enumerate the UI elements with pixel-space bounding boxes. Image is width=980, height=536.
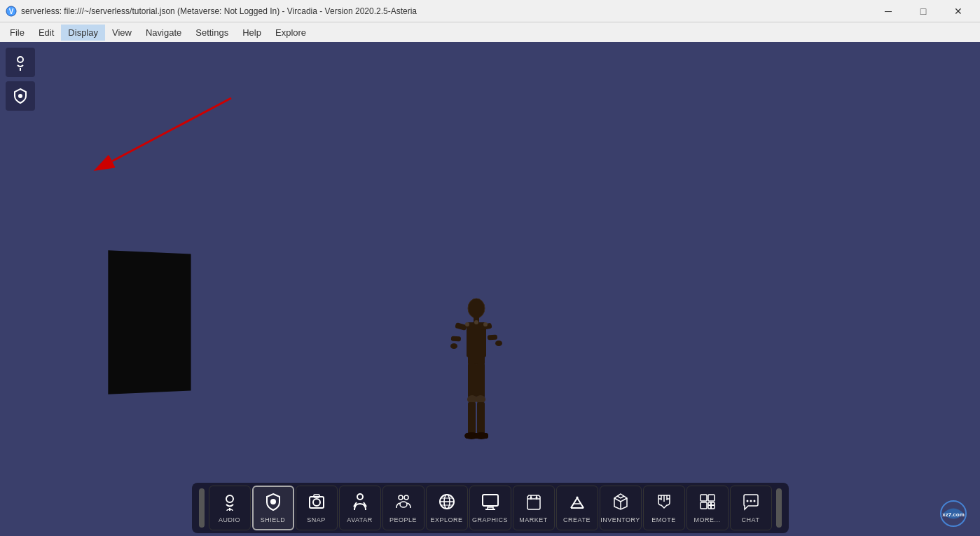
svg-point-41 [404, 495, 408, 500]
close-button[interactable]: ✕ [942, 0, 974, 22]
svg-point-13 [495, 341, 502, 346]
svg-point-73 [750, 500, 752, 502]
menu-explore[interactable]: Explore [268, 25, 313, 41]
toolbar-inventory[interactable]: INVENTORY [600, 486, 642, 530]
svg-rect-16 [476, 363, 485, 398]
create-label: CREATE [563, 516, 591, 523]
menu-display[interactable]: Display [61, 25, 105, 41]
emote-toolbar-icon [655, 493, 673, 514]
shield-label: SHIELD [261, 516, 286, 523]
svg-point-33 [270, 499, 276, 504]
titlebar-controls: ─ □ ✕ [872, 0, 974, 22]
toolbar-audio[interactable]: AUDIO [209, 486, 251, 530]
svg-line-57 [577, 497, 584, 508]
market-label: MARKET [519, 516, 548, 523]
svg-point-5 [468, 298, 485, 318]
toolbar-snap[interactable]: SNAP [296, 486, 338, 530]
svg-rect-68 [701, 502, 707, 509]
svg-rect-8 [455, 322, 467, 331]
create-toolbar-icon [568, 493, 586, 514]
svg-text:V: V [9, 8, 14, 15]
svg-rect-66 [701, 495, 707, 501]
explore-toolbar-icon [438, 493, 456, 514]
minimize-button[interactable]: ─ [872, 0, 904, 22]
audio-label: AUDIO [219, 516, 240, 523]
svg-rect-48 [483, 495, 498, 506]
svg-rect-24 [474, 433, 488, 439]
audio-toolbar-icon [221, 493, 239, 514]
toolbar-chat[interactable]: CHAT [730, 486, 772, 530]
avatar-label: AVATAR [347, 516, 372, 523]
toolbar-shield[interactable]: SHIELD [252, 486, 294, 530]
more-label: MORE... [693, 516, 720, 523]
menu-help[interactable]: Help [235, 25, 268, 41]
toolbar-inner: AUDIO SHIELD SNAP [192, 483, 789, 533]
toolbar-graphics[interactable]: GRAPHICS [469, 486, 511, 530]
more-toolbar-icon [698, 493, 717, 514]
chat-label: CHAT [742, 516, 760, 523]
toolbar-more[interactable]: MORE... [686, 486, 729, 530]
avatar-toolbar-icon [351, 493, 369, 514]
titlebar-left: V serverless: file:///~/serverless/tutor… [6, 6, 417, 17]
shield-icon-left[interactable] [6, 81, 35, 111]
toolbar-create[interactable]: CREATE [556, 486, 598, 530]
snap-label: SNAP [307, 516, 326, 523]
svg-point-12 [450, 343, 457, 349]
svg-text:xz7.com: xz7.com [942, 511, 965, 518]
inventory-label: INVENTORY [600, 516, 640, 523]
menu-settings[interactable]: Settings [188, 25, 235, 41]
maximize-button[interactable]: □ [907, 0, 939, 22]
scene [0, 42, 980, 494]
menu-view[interactable]: View [105, 25, 139, 41]
audio-icon-left[interactable] [6, 48, 35, 77]
svg-rect-20 [477, 402, 485, 434]
market-toolbar-icon [525, 493, 543, 514]
graphics-toolbar-icon [481, 493, 499, 514]
svg-point-4 [18, 94, 22, 98]
people-label: PEOPLE [389, 516, 417, 523]
left-icons [6, 48, 35, 111]
svg-point-74 [753, 500, 755, 502]
svg-rect-9 [451, 336, 462, 341]
toolbar-avatar[interactable]: AVATAR [339, 486, 381, 530]
people-toolbar-icon [394, 493, 413, 514]
svg-point-27 [483, 322, 488, 327]
toolbar-market[interactable]: MARKET [513, 486, 555, 530]
menu-file[interactable]: File [3, 25, 32, 41]
svg-rect-15 [468, 363, 476, 398]
svg-point-30 [226, 495, 233, 502]
svg-rect-67 [708, 495, 715, 501]
shield-toolbar-icon [264, 493, 282, 514]
svg-point-25 [474, 320, 478, 324]
explore-label: EXPLORE [430, 516, 462, 523]
chat-toolbar-icon [742, 493, 760, 514]
menubar: File Edit Display View Navigate Settings… [0, 22, 980, 42]
bottom-toolbar: AUDIO SHIELD SNAP [0, 480, 980, 536]
toolbar-scrollbar-left[interactable] [199, 488, 205, 528]
svg-point-72 [746, 500, 748, 502]
toolbar-explore[interactable]: EXPLORE [426, 486, 468, 530]
inventory-toolbar-icon [612, 493, 630, 514]
graphics-label: GRAPHICS [472, 516, 508, 523]
svg-point-26 [465, 322, 469, 327]
menu-edit[interactable]: Edit [32, 25, 61, 41]
svg-point-42 [400, 502, 407, 507]
svg-point-37 [357, 494, 363, 500]
black-panel [108, 250, 191, 394]
menu-navigate[interactable]: Navigate [139, 25, 188, 41]
watermark: xz7.com [932, 500, 974, 530]
toolbar-people[interactable]: PEOPLE [382, 486, 425, 530]
snap-toolbar-icon [308, 493, 326, 514]
titlebar: V serverless: file:///~/serverless/tutor… [0, 0, 980, 22]
toolbar-emote[interactable]: EMOTE [643, 486, 685, 530]
svg-point-40 [399, 495, 403, 500]
avatar-figure [448, 294, 504, 469]
emote-label: EMOTE [651, 516, 676, 523]
svg-rect-11 [488, 334, 498, 340]
svg-point-35 [313, 499, 320, 506]
titlebar-title: serverless: file:///~/serverless/tutoria… [21, 6, 417, 16]
toolbar-scrollbar-right[interactable] [776, 488, 782, 528]
svg-point-2 [18, 57, 23, 62]
viewport[interactable] [0, 42, 980, 494]
app-icon: V [6, 6, 17, 17]
